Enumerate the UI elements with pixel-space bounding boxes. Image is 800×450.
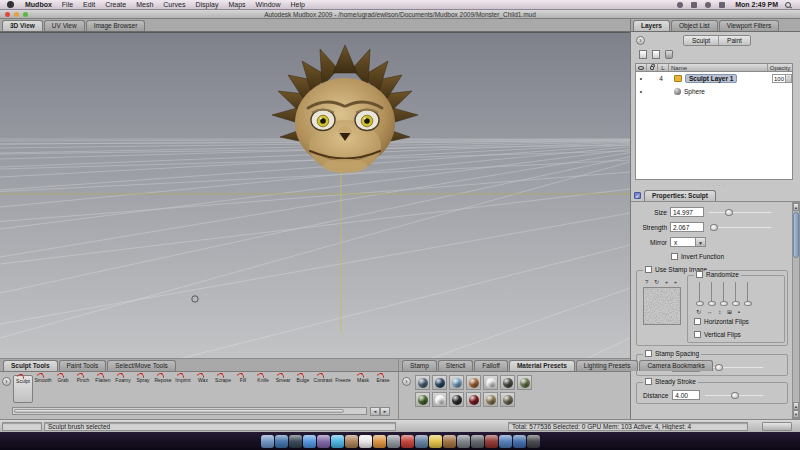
- layer-name[interactable]: Sphere: [684, 88, 705, 95]
- material-swatch[interactable]: [449, 375, 464, 390]
- tab-stencil[interactable]: Stencil: [438, 360, 474, 371]
- material-swatch[interactable]: [483, 375, 498, 390]
- tool-tray-expander-icon[interactable]: ›: [2, 377, 11, 386]
- scrollbar-thumb[interactable]: [793, 212, 799, 258]
- layer-opacity-field[interactable]: 100: [772, 74, 786, 83]
- dock-icon-folder[interactable]: [345, 435, 358, 448]
- tool-mask[interactable]: Mask: [353, 375, 373, 403]
- duplicate-layer-icon[interactable]: [652, 50, 660, 59]
- properties-pin-icon[interactable]: ✓: [634, 192, 641, 199]
- menu-edit[interactable]: Edit: [78, 1, 100, 8]
- material-swatch[interactable]: [432, 392, 447, 407]
- tab-object-list[interactable]: Object List: [671, 20, 718, 31]
- menu-maps[interactable]: Maps: [223, 1, 250, 8]
- material-swatch[interactable]: [432, 375, 447, 390]
- size-field[interactable]: 14.997: [670, 207, 704, 217]
- tab-select-move-tools[interactable]: Select/Move Tools: [107, 360, 176, 371]
- scroll-right-icon[interactable]: ►: [380, 407, 390, 416]
- dock-icon-browser[interactable]: [275, 435, 288, 448]
- tool-knife[interactable]: Knife: [253, 375, 273, 403]
- tool-flatten[interactable]: Flatten: [93, 375, 113, 403]
- material-swatch[interactable]: [449, 392, 464, 407]
- sync-menu-icon[interactable]: [677, 2, 683, 8]
- mirror-dropdown[interactable]: x ▼: [670, 237, 706, 247]
- material-swatch[interactable]: [483, 392, 498, 407]
- strength-slider[interactable]: [709, 222, 771, 232]
- dock-icon-app-red[interactable]: [401, 435, 414, 448]
- steady-distance-field[interactable]: 4.00: [672, 390, 700, 400]
- mode-paint-button[interactable]: Paint: [718, 36, 750, 45]
- tab-sculpt-tools[interactable]: Sculpt Tools: [3, 360, 58, 371]
- scroll-down-icon[interactable]: ▼: [793, 410, 799, 418]
- dock-icon-app-slate[interactable]: [415, 435, 428, 448]
- menu-display[interactable]: Display: [191, 1, 224, 8]
- dock-icon-trash[interactable]: [527, 435, 540, 448]
- invert-function-checkbox[interactable]: [671, 253, 678, 260]
- dock-icon-mail[interactable]: [303, 435, 316, 448]
- material-swatch[interactable]: [517, 375, 532, 390]
- menu-file[interactable]: File: [57, 1, 78, 8]
- dock-icon-garageband[interactable]: [443, 435, 456, 448]
- random-slider-4[interactable]: [730, 282, 742, 306]
- tab-lighting-presets[interactable]: Lighting Presets: [576, 360, 639, 371]
- dock-icon-dashboard[interactable]: [289, 435, 302, 448]
- tool-contrast[interactable]: Contrast: [313, 375, 333, 403]
- menu-help[interactable]: Help: [285, 1, 309, 8]
- dock-icon-folder-downloads[interactable]: [513, 435, 526, 448]
- scrollbar-thumb[interactable]: [14, 409, 344, 413]
- 3d-viewport[interactable]: [0, 32, 630, 358]
- airport-menu-icon[interactable]: [705, 2, 711, 8]
- dock-icon-calendar[interactable]: [359, 435, 372, 448]
- dock-icon-mudbox[interactable]: [485, 435, 498, 448]
- tab-stamp[interactable]: Stamp: [402, 360, 437, 371]
- dock-icon-utility[interactable]: [471, 435, 484, 448]
- random-slider-3[interactable]: [718, 282, 730, 306]
- presets-expander-icon[interactable]: ›: [402, 377, 411, 386]
- menu-mudbox[interactable]: Mudbox: [20, 1, 57, 8]
- dock-icon-camera[interactable]: [457, 435, 470, 448]
- tab-viewport-filters[interactable]: Viewport Filters: [719, 20, 780, 31]
- tool-pinch[interactable]: Pinch: [73, 375, 93, 403]
- tool-repose[interactable]: Repose: [153, 375, 173, 403]
- material-swatch[interactable]: [466, 392, 481, 407]
- opacity-stepper[interactable]: ÷: [786, 74, 792, 83]
- chevron-down-icon[interactable]: ▼: [696, 237, 706, 247]
- material-swatch[interactable]: [415, 375, 430, 390]
- panel-splitter[interactable]: · · · · ·: [635, 182, 793, 188]
- tool-imprint[interactable]: Imprint: [173, 375, 193, 403]
- tool-tray-scrollbar[interactable]: [12, 407, 367, 415]
- tab-3d-view[interactable]: 3D View: [2, 20, 43, 31]
- delete-layer-icon[interactable]: [665, 50, 673, 59]
- steady-slider[interactable]: [705, 390, 763, 400]
- tool-sculpt[interactable]: Sculpt: [13, 375, 33, 403]
- properties-scrollbar[interactable]: ▲ ▲ ▼: [792, 202, 800, 419]
- volume-menu-icon[interactable]: [719, 2, 725, 8]
- dock-icon-app-yellow[interactable]: [429, 435, 442, 448]
- dock-icon-folder-documents[interactable]: [499, 435, 512, 448]
- tool-spray[interactable]: Spray: [133, 375, 153, 403]
- tool-smooth[interactable]: Smooth: [33, 375, 53, 403]
- scroll-up-icon[interactable]: ▲: [793, 203, 799, 211]
- bluetooth-menu-icon[interactable]: [691, 2, 697, 8]
- material-swatch[interactable]: [500, 375, 515, 390]
- tab-material-presets[interactable]: Material Presets: [509, 360, 575, 371]
- material-swatch[interactable]: [466, 375, 481, 390]
- menu-create[interactable]: Create: [100, 1, 131, 8]
- tab-falloff[interactable]: Falloff: [474, 360, 508, 371]
- tab-camera-bookmarks[interactable]: Camera Bookmarks: [639, 360, 712, 371]
- tool-wax[interactable]: Wax: [193, 375, 213, 403]
- spacing-slider[interactable]: [705, 362, 763, 372]
- random-slider-1[interactable]: [694, 282, 706, 306]
- tab-uv-view[interactable]: UV View: [44, 20, 85, 31]
- stamp-spacing-checkbox[interactable]: [645, 350, 652, 357]
- vertical-flips-checkbox[interactable]: [694, 331, 701, 338]
- menu-curves[interactable]: Curves: [158, 1, 190, 8]
- new-layer-icon[interactable]: [639, 50, 647, 59]
- random-slider-2[interactable]: [706, 282, 718, 306]
- tab-properties-sculpt[interactable]: Properties: Sculpt: [644, 190, 716, 201]
- dock-icon-photos[interactable]: [373, 435, 386, 448]
- layer-row-sculpt-layer-1[interactable]: • 4 Sculpt Layer 1 100 ÷: [636, 72, 792, 85]
- randomize-checkbox[interactable]: [696, 271, 703, 278]
- dock-icon-finder[interactable]: [261, 435, 274, 448]
- dock-icon-app-purple[interactable]: [317, 435, 330, 448]
